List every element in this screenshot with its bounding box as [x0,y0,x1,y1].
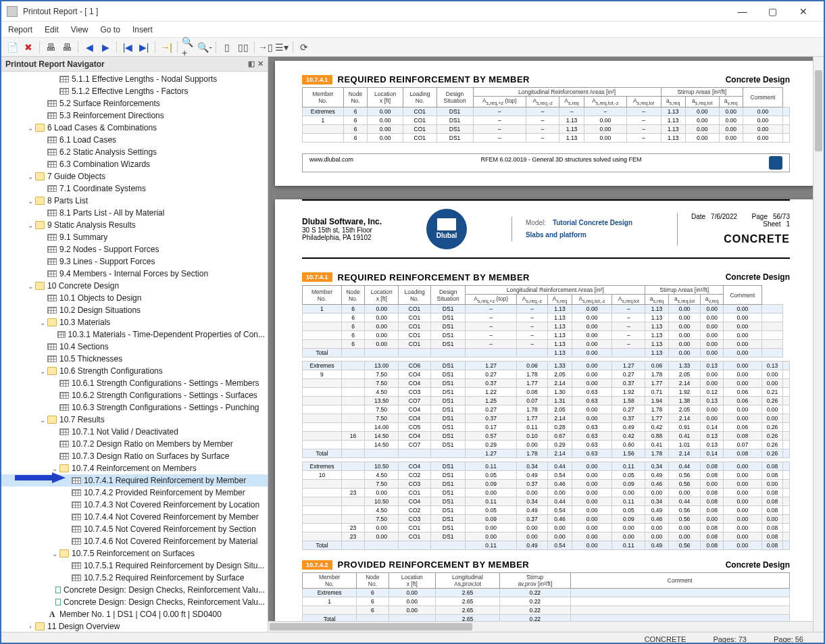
tree-item[interactable]: 10.7.5.1 Required Reinforcement by Desig… [1,560,268,572]
tree-item[interactable]: 10.7.4.3 Not Covered Reinforcement by Lo… [1,499,268,511]
company-addr2: Philadelphia, PA 19102 [302,234,382,241]
page-icon[interactable]: ▯ [220,41,234,54]
tree-item[interactable]: 10.7.4.6 Not Covered Reinforcement by Ma… [1,535,268,547]
print-all-icon[interactable]: 🖶 [60,41,74,54]
tree-item[interactable]: Concrete Design: Design Checks, Reinforc… [1,584,268,596]
tree-label: 10.7.5.1 Required Reinforcement by Desig… [84,561,264,570]
tree-label: 5.1.2 Effective Lengths - Factors [72,86,189,96]
pages-icon[interactable]: ▯▯ [236,41,250,54]
tree-item[interactable]: 10.7.4.4 Not Covered Reinforcement by Me… [1,511,268,523]
tree-item[interactable]: 5.2 Surface Reinforcements [1,97,268,109]
delete-icon[interactable]: ✖ [22,41,35,54]
new-icon[interactable]: 📄 [5,41,19,54]
report-page: Dlubal Software, Inc. 30 S 15th st, 15th… [275,199,817,632]
tree-label: 6.3 Combination Wizards [59,159,150,169]
settings-icon[interactable]: ☰▾ [275,41,289,54]
tree-item[interactable]: 5.1.1 Effective Lengths - Nodal Supports [1,73,268,85]
tree-item[interactable]: 10.7.2 Design Ratio on Members by Member [1,438,268,450]
model-name: Tutorial Concrete Design [553,217,632,229]
tree-item[interactable]: 5.1.2 Effective Lengths - Factors [1,85,268,97]
tree-item[interactable]: 10.6.3 Strength Configurations - Setting… [1,401,268,414]
tree-item[interactable]: ⌄8 Parts List [1,195,268,207]
tree-item[interactable]: 10.7.3 Design Ratio on Surfaces by Surfa… [1,450,268,462]
tree-item[interactable]: ⌄10.7 Results [1,414,268,426]
tree-label: 10.7.4.1 Required Reinforcement by Membe… [84,476,246,485]
export-icon[interactable]: →▯ [259,41,272,54]
menu-edit[interactable]: Edit [45,25,59,34]
tree-item[interactable]: ⌄10.6 Strength Configurations [1,365,268,377]
next-icon[interactable]: ▶ [99,41,112,54]
menu-view[interactable]: View [71,25,89,34]
refresh-icon[interactable]: ⟳ [297,41,311,54]
tree-item[interactable]: ›11 Design Overview [1,620,268,632]
tree-item[interactable]: 9.3 Lines - Support Forces [1,255,268,268]
page-header: Dlubal Software, Inc. 30 S 15th st, 15th… [302,199,790,259]
tree-item[interactable]: 10.7.4.2 Provided Reinforcement by Membe… [1,487,268,499]
tree-item[interactable]: 10.7.4.5 Not Covered Reinforcement by Se… [1,523,268,535]
tree-item[interactable]: ⌄10.3 Materials [1,316,268,328]
tree-label: 10.7.4.4 Not Covered Reinforcement by Me… [84,512,259,522]
tree-item[interactable]: 8.1 Parts List - All by Material [1,207,268,219]
tree-item[interactable]: 9.2 Nodes - Support Forces [1,243,268,255]
zoom-out-icon[interactable]: 🔍- [198,41,211,54]
tree-item[interactable]: ⌄10 Concrete Design [1,280,268,292]
table-icon [72,477,81,484]
tree-item[interactable]: 7.1 Coordinate Systems [1,182,268,195]
menubar: Report Edit View Go to Insert [1,22,824,38]
navigator-tree[interactable]: 5.1.1 Effective Lengths - Nodal Supports… [1,72,268,632]
tree-item[interactable]: ⌄9 Static Analysis Results [1,219,268,231]
table-icon [47,270,57,277]
tree-label: 10.7.4.3 Not Covered Reinforcement by Lo… [84,500,259,510]
tree-label: 10.7.4.5 Not Covered Reinforcement by Se… [84,524,256,534]
report-viewport[interactable]: 10.7.4.1 REQUIRED REINFORCEMENT BY MEMBE… [268,57,824,632]
last-icon[interactable]: ▶| [137,41,151,54]
tree-item[interactable]: 10.4 Sections [1,341,268,353]
tree-item[interactable]: 10.7.5.2 Required Reinforcement by Surfa… [1,572,268,584]
menu-goto[interactable]: Go to [101,25,120,34]
tree-label: 10.1 Objects to Design [59,293,141,303]
menu-insert[interactable]: Insert [132,25,153,34]
tree-item[interactable]: AMember No. 1 | DS1 | CO4 | 0.00 ft | SD… [1,608,268,620]
tree-item[interactable]: Concrete Design: Design Checks, Reinforc… [1,596,268,608]
prev-icon[interactable]: ◀ [82,41,96,54]
tree-item[interactable]: 10.7.1 Not Valid / Deactivated [1,426,268,438]
horizontal-scrollbar[interactable] [268,621,813,632]
tree-item[interactable]: ⌄6 Load Cases & Combinations [1,122,268,134]
tree-label: 6.1 Load Cases [59,135,116,145]
goto-icon[interactable]: →| [159,41,173,54]
first-icon[interactable]: |◀ [121,41,134,54]
table-icon [59,428,69,435]
vertical-scrollbar[interactable] [813,57,824,632]
tree-item[interactable]: 5.3 Reinforcement Directions [1,109,268,122]
tree-item[interactable]: 10.5 Thicknesses [1,353,268,365]
zoom-in-icon[interactable]: 🔍+ [182,41,195,54]
menu-report[interactable]: Report [8,25,32,34]
folder-icon [35,172,45,180]
navigator-panel: Printout Report Navigator ◧ ✕ 5.1.1 Effe… [1,57,268,632]
tree-item[interactable]: ⌄10.7.5 Reinforcement on Surfaces [1,547,268,560]
tree-item[interactable]: ⌄7 Guide Objects [1,170,268,182]
maximize-button[interactable]: ▢ [757,2,788,21]
tree-item[interactable]: 6.3 Combination Wizards [1,158,268,170]
tree-item[interactable]: 10.1 Objects to Design [1,292,268,304]
tree-item[interactable]: 10.2 Design Situations [1,304,268,316]
tree-label: Member No. 1 | DS1 | CO4 | 0.00 ft | SD0… [59,610,222,619]
tree-item[interactable]: 6.1 Load Cases [1,134,268,146]
tree-item[interactable]: 10.6.1 Strength Configurations - Setting… [1,377,268,389]
tree-item[interactable]: 9.4 Members - Internal Forces by Section [1,268,268,280]
table-icon [72,562,81,569]
print-icon[interactable]: 🖶 [44,41,57,54]
tree-item[interactable]: 9.1 Summary [1,231,268,243]
table-icon [72,514,81,520]
tree-item[interactable]: 10.6.2 Strength Configurations - Setting… [1,389,268,401]
tree-item[interactable]: 10.3.1 Materials - Time-Dependent Proper… [1,328,268,341]
folder-icon [47,318,57,326]
table-icon [47,343,57,350]
folder-icon [59,549,69,558]
close-button[interactable]: ✕ [788,2,818,21]
undock-icon[interactable]: ◧ [248,59,255,68]
close-panel-icon[interactable]: ✕ [257,59,264,68]
company-name: Dlubal Software, Inc. [302,217,382,226]
tree-item[interactable]: 6.2 Static Analysis Settings [1,146,268,158]
minimize-button[interactable]: — [727,2,757,21]
